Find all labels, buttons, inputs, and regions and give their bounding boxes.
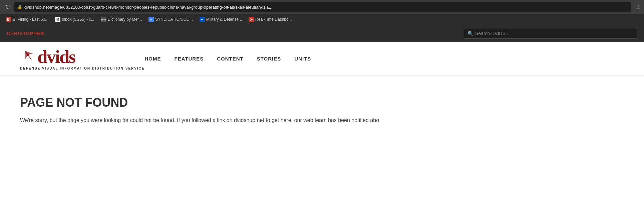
- url-text: dvidshub.net/image/6832100/coast-guard-c…: [24, 5, 272, 10]
- bookmark-label-mw: Dictionary by Mer...: [108, 17, 142, 22]
- bookmark-label-docs: SYNDICATION/CO...: [155, 17, 193, 22]
- main-content: dvids Defense Visual Information Distrib…: [0, 42, 644, 203]
- page-not-found-title: PAGE NOT FOUND: [20, 96, 624, 110]
- nav-units[interactable]: UNITS: [294, 56, 311, 62]
- bookmark-label-military: Military & Defense...: [206, 17, 242, 22]
- browser-toolbar: ↻ 🔒 dvidshub.net/image/6832100/coast-gua…: [0, 0, 644, 14]
- nav-links: HOME FEATURES CONTENT STORIES UNITS: [144, 56, 311, 62]
- site-header: CHRISTOPHER 🔍: [0, 25, 644, 42]
- nav-content[interactable]: CONTENT: [217, 56, 244, 62]
- bookmark-favicon-military: M: [200, 17, 205, 22]
- bookmark-gmail[interactable]: M Inbox (5,255) - c...: [52, 16, 97, 23]
- address-bar[interactable]: 🔒 dvidshub.net/image/6832100/coast-guard…: [14, 2, 631, 12]
- bookmark-label-dash: Real-Time Dashbo...: [255, 17, 292, 22]
- reload-button[interactable]: ↻: [3, 3, 11, 11]
- bookmark-favicon-dash: ➤: [249, 17, 254, 22]
- site-username: CHRISTOPHER: [7, 31, 44, 36]
- bookmark-favicon-docs: ≡: [148, 17, 154, 22]
- lock-icon: 🔒: [17, 5, 22, 9]
- bookmark-docs[interactable]: ≡ SYNDICATION/CO...: [146, 16, 195, 23]
- search-input[interactable]: [475, 31, 634, 36]
- bookmark-bi[interactable]: BI BI Viking - Last 50...: [3, 16, 51, 23]
- bookmark-favicon-mw: MW: [101, 17, 106, 22]
- bookmarks-bar: BI BI Viking - Last 50... M Inbox (5,255…: [0, 14, 644, 25]
- logo-combined: dvids: [20, 47, 75, 66]
- page-not-found-message: We're sorry, but the page you were looki…: [20, 116, 624, 124]
- bookmark-mw[interactable]: MW Dictionary by Mer...: [98, 16, 145, 23]
- nav-home[interactable]: HOME: [144, 56, 161, 62]
- star-icon[interactable]: ☆: [636, 4, 641, 10]
- logo-text: dvids: [37, 48, 75, 66]
- bookmark-favicon-gmail: M: [55, 17, 60, 22]
- nav-features[interactable]: FEATURES: [174, 56, 204, 62]
- nav-bar: dvids Defense Visual Information Distrib…: [0, 42, 644, 76]
- search-icon: 🔍: [467, 31, 473, 36]
- page-body: PAGE NOT FOUND We're sorry, but the page…: [0, 76, 644, 138]
- bookmark-military[interactable]: M Military & Defense...: [197, 16, 245, 23]
- dvids-logo: dvids Defense Visual Information Distrib…: [20, 47, 144, 70]
- bookmark-label-gmail: Inbox (5,255) - c...: [62, 17, 94, 22]
- bookmark-label-bi: BI Viking - Last 50...: [13, 17, 48, 22]
- header-search[interactable]: 🔍: [464, 28, 637, 39]
- logo-icon-svg: [20, 47, 37, 65]
- bookmark-favicon-bi: BI: [6, 17, 11, 22]
- logo-tagline: Defense Visual Information Distribution …: [20, 67, 144, 70]
- browser-chrome: ↻ 🔒 dvidshub.net/image/6832100/coast-gua…: [0, 0, 644, 25]
- nav-stories[interactable]: STORIES: [257, 56, 281, 62]
- bookmark-dash[interactable]: ➤ Real-Time Dashbo...: [246, 16, 295, 23]
